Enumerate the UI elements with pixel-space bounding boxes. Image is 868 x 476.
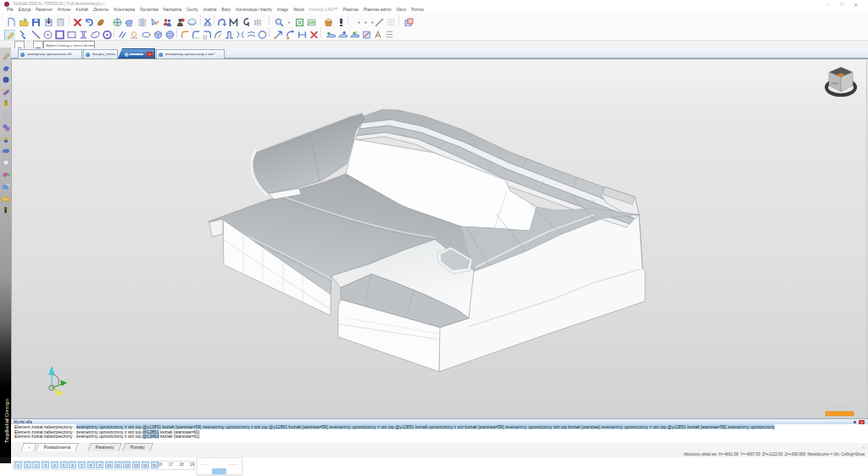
svg-text:PRZ: PRZ [832,81,839,86]
